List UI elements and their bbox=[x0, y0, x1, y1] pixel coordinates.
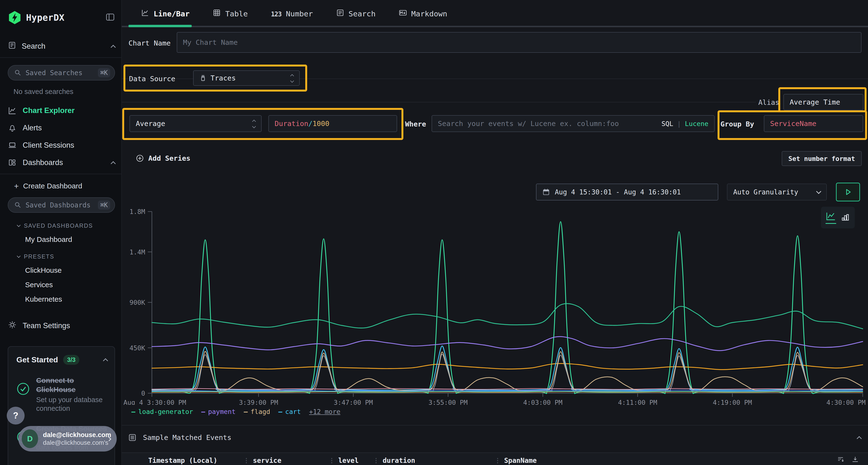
sidebar-item-my-dashboard[interactable]: My Dashboard bbox=[25, 235, 115, 243]
sample-matched-events-header[interactable]: Sample Matched Events bbox=[128, 433, 861, 442]
create-dashboard-button[interactable]: + Create Dashboard bbox=[14, 182, 115, 190]
where-search-input[interactable]: Search your events w/ Lucene ex. column:… bbox=[432, 115, 715, 132]
tab-label: Table bbox=[225, 9, 248, 18]
legend-label: load-generator bbox=[138, 408, 193, 416]
chevron-down-icon bbox=[17, 254, 21, 258]
saved-searches-input[interactable]: Saved Searches ⌘K bbox=[8, 65, 115, 80]
legend-swatch: — bbox=[201, 408, 205, 416]
legend-item-cart[interactable]: —cart bbox=[278, 408, 301, 416]
sidebar-item-chart-explorer[interactable]: Chart Explorer bbox=[8, 104, 115, 117]
play-icon bbox=[843, 187, 853, 197]
column-header-timestamp-local[interactable]: Timestamp (Local) bbox=[148, 457, 240, 465]
get-started-item[interactable]: Connect to ClickHouseSet up your databas… bbox=[17, 376, 107, 413]
run-query-button[interactable] bbox=[836, 182, 860, 201]
legend-item-payment[interactable]: —payment bbox=[201, 408, 236, 416]
help-button[interactable]: ? bbox=[7, 407, 25, 425]
group-header-label: PRESETS bbox=[24, 253, 54, 260]
collapse-sidebar-icon[interactable] bbox=[105, 12, 115, 23]
svg-text:1.8M: 1.8M bbox=[129, 208, 145, 215]
tab-number[interactable]: 123Number bbox=[271, 9, 313, 18]
svg-text:3:39:00 PM: 3:39:00 PM bbox=[239, 399, 278, 405]
get-started-items: Connect to ClickHouseSet up your databas… bbox=[17, 376, 107, 465]
chevron-up-icon[interactable] bbox=[857, 436, 862, 441]
sidebar-item-client-sessions[interactable]: Client Sessions bbox=[8, 139, 115, 152]
column-resize-handle[interactable]: ⋮ bbox=[373, 457, 379, 464]
sidebar-item-clickhouse[interactable]: ClickHouse bbox=[25, 266, 115, 274]
column-header-duration[interactable]: duration bbox=[383, 457, 491, 465]
sidebar-section-search[interactable]: Search bbox=[8, 39, 115, 53]
expr-field: Duration bbox=[275, 120, 308, 128]
user-menu[interactable]: D dale@clickhouse.com dale@clickhouse.co… bbox=[18, 426, 117, 452]
traces-source-icon bbox=[199, 74, 207, 82]
download-icon[interactable] bbox=[851, 456, 859, 465]
chevron-up-icon[interactable] bbox=[111, 161, 116, 166]
sidebar-item-label: Chart Explorer bbox=[23, 106, 74, 115]
calendar-icon bbox=[542, 188, 550, 196]
sidebar-item-services[interactable]: Services bbox=[25, 281, 115, 289]
sql-mode-toggle[interactable]: SQL bbox=[661, 120, 673, 128]
tab-table[interactable]: Table bbox=[213, 9, 248, 19]
legend-swatch: — bbox=[244, 408, 248, 416]
granularity-value: Auto Granularity bbox=[733, 188, 798, 196]
lucene-mode-toggle[interactable]: Lucene bbox=[685, 120, 708, 128]
chart-name-input[interactable] bbox=[177, 32, 862, 53]
saved-dashboards-input[interactable]: Saved Dashboards ⌘K bbox=[8, 197, 115, 213]
group-header-presets[interactable]: PRESETS bbox=[18, 253, 115, 260]
group-header-label: SAVED DASHBOARDS bbox=[24, 222, 93, 229]
chart-name-label: Chart Name bbox=[128, 39, 171, 47]
alias-input[interactable] bbox=[783, 94, 863, 110]
legend-label: payment bbox=[208, 408, 236, 416]
legend-swatch: — bbox=[131, 408, 135, 416]
legend-item-load-generator[interactable]: —load-generator bbox=[131, 408, 193, 416]
tab-label: Number bbox=[286, 9, 313, 18]
tab-line-bar[interactable]: Line/Bar bbox=[141, 9, 189, 19]
chart-canvas[interactable]: 1.8M1.4M900K450K0Aug 4 3:30:00 PM3:39:00… bbox=[122, 205, 868, 405]
group-by-input[interactable]: ServiceName bbox=[764, 115, 863, 132]
date-range-value: Aug 4 15:30:01 - Aug 4 16:30:01 bbox=[555, 188, 681, 196]
brand-title: HyperDX bbox=[26, 12, 64, 23]
tab-markdown[interactable]: Markdown bbox=[399, 9, 447, 19]
group-header-saved-dashboards[interactable]: SAVED DASHBOARDS bbox=[18, 222, 115, 229]
column-header-level[interactable]: level bbox=[338, 457, 370, 465]
legend-more-label: +12 more bbox=[309, 408, 340, 416]
column-resize-handle[interactable]: ⋮ bbox=[329, 457, 335, 464]
field-expression-input[interactable]: Duration/1000 bbox=[268, 115, 397, 132]
dashboard-groups: SAVED DASHBOARDSMy DashboardPRESETSClick… bbox=[8, 222, 115, 303]
granularity-select[interactable]: Auto Granularity bbox=[727, 184, 827, 200]
no-saved-searches-text: No saved searches bbox=[13, 88, 115, 96]
grid-icon bbox=[8, 158, 17, 167]
legend-item-12-more[interactable]: +12 more bbox=[309, 408, 340, 416]
active-tab-indicator bbox=[128, 25, 192, 27]
column-header-spanname[interactable]: SpanName bbox=[504, 457, 649, 465]
get-started-item[interactable]: Start sending logs, metrics, or traces bbox=[17, 463, 107, 465]
date-range-input[interactable]: Aug 4 15:30:01 - Aug 4 16:30:01 bbox=[536, 184, 718, 200]
chevron-up-icon[interactable] bbox=[103, 358, 108, 363]
sidebar-item-kubernetes[interactable]: Kubernetes bbox=[25, 295, 115, 303]
data-source-select[interactable]: Traces bbox=[193, 70, 300, 86]
legend-swatch: — bbox=[278, 408, 282, 416]
sidebar-item-team-settings[interactable]: Team Settings bbox=[8, 320, 115, 331]
add-series-button[interactable]: Add Series bbox=[136, 154, 190, 162]
svg-text:900K: 900K bbox=[129, 299, 145, 306]
sidebar-item-label: Alerts bbox=[23, 124, 42, 132]
set-number-format-button[interactable]: Set number format bbox=[782, 151, 862, 166]
row-density-icon[interactable] bbox=[837, 456, 845, 465]
get-started-item-desc: Set up your database connection bbox=[36, 395, 107, 413]
column-resize-handle[interactable]: ⋮ bbox=[495, 457, 501, 464]
mode-separator: | bbox=[677, 120, 681, 128]
sidebar-item-alerts[interactable]: Alerts bbox=[8, 122, 115, 134]
chevron-up-icon[interactable] bbox=[111, 44, 116, 49]
select-chevrons-icon bbox=[253, 118, 255, 129]
legend-item-flagd[interactable]: —flagd bbox=[244, 408, 270, 416]
user-email: dale@clickhouse.com bbox=[43, 431, 102, 439]
column-header-service[interactable]: service bbox=[253, 457, 325, 465]
tab-search[interactable]: Search bbox=[336, 9, 376, 19]
column-resize-handle[interactable]: ⋮ bbox=[243, 457, 250, 464]
tab-chart-icon bbox=[141, 9, 149, 19]
svg-text:4:30:00 PM: 4:30:00 PM bbox=[826, 399, 866, 405]
sidebar-item-dashboards[interactable]: Dashboards bbox=[8, 156, 115, 169]
aggregation-select[interactable]: Average bbox=[129, 115, 261, 132]
svg-text:4:11:00 PM: 4:11:00 PM bbox=[618, 399, 657, 405]
tab-label: Search bbox=[349, 9, 376, 18]
alias-label: Alias bbox=[758, 98, 779, 106]
